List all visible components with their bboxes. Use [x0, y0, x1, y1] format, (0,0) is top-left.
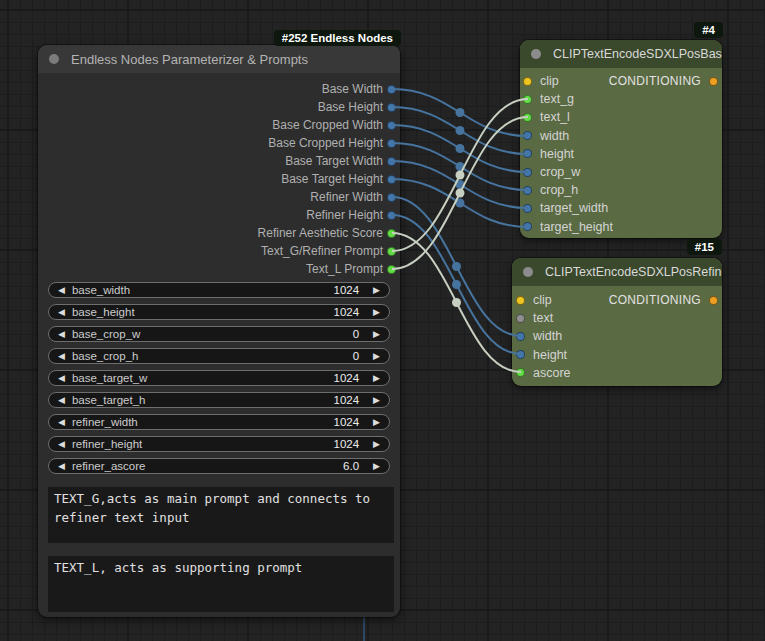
widget-value[interactable]: 1024 [333, 438, 359, 450]
widget-value[interactable]: 1024 [333, 416, 359, 428]
input-slot-dot[interactable] [523, 149, 532, 158]
increment-arrow-icon[interactable]: ▶ [373, 396, 380, 405]
input-slot-dot[interactable] [523, 204, 532, 213]
widget-base-target-w[interactable]: ◀base_target_w1024▶ [48, 370, 390, 386]
input-slot-dot[interactable] [516, 368, 525, 377]
text-g-prompt-textarea[interactable]: TEXT_G,acts as main prompt and connects … [48, 487, 394, 543]
decrement-arrow-icon[interactable]: ◀ [58, 440, 65, 449]
link-wire[interactable] [392, 125, 528, 172]
widget-value[interactable]: 1024 [333, 284, 359, 296]
node-clip-encode-refiner[interactable]: CLIPTextEncodeSDXLPosRefiner cliptextwid… [512, 258, 722, 386]
node-clip-refiner-titlebar[interactable]: CLIPTextEncodeSDXLPosRefiner [512, 258, 722, 286]
collapse-dot-icon[interactable] [523, 267, 533, 277]
input-slot-dot[interactable] [516, 296, 525, 305]
widget-value[interactable]: 6.0 [343, 460, 359, 472]
decrement-arrow-icon[interactable]: ◀ [58, 286, 65, 295]
output-slot-dot[interactable] [387, 121, 396, 130]
input-slot-dot[interactable] [523, 168, 532, 177]
node-clip-base-titlebar[interactable]: CLIPTextEncodeSDXLPosBase [520, 40, 722, 68]
link-wire[interactable] [392, 107, 528, 154]
link-wire[interactable] [392, 179, 528, 227]
link-midpoint-dot[interactable] [456, 171, 465, 180]
output-slot-dot[interactable] [387, 175, 396, 184]
link-midpoint-dot[interactable] [456, 162, 465, 171]
widget-refiner-width[interactable]: ◀refiner_width1024▶ [48, 414, 390, 430]
link-midpoint-dot[interactable] [456, 180, 465, 189]
link-midpoint-dot[interactable] [456, 144, 465, 153]
decrement-arrow-icon[interactable]: ◀ [58, 374, 65, 383]
decrement-arrow-icon[interactable]: ◀ [58, 308, 65, 317]
output-slot-dot[interactable] [387, 85, 396, 94]
widget-refiner-height[interactable]: ◀refiner_height1024▶ [48, 436, 390, 452]
link-wire[interactable] [392, 233, 521, 372]
widget-base-width[interactable]: ◀base_width1024▶ [48, 282, 390, 298]
output-slot-dot[interactable] [387, 157, 396, 166]
increment-arrow-icon[interactable]: ▶ [373, 352, 380, 361]
link-midpoint-dot[interactable] [452, 280, 461, 289]
input-slot-dot[interactable] [516, 314, 525, 323]
output-slot-refiner-aesthetic-score: Refiner Aesthetic Score [46, 224, 400, 242]
widget-base-target-h[interactable]: ◀base_target_h1024▶ [48, 392, 390, 408]
decrement-arrow-icon[interactable]: ◀ [58, 462, 65, 471]
widget-name: refiner_height [72, 438, 142, 450]
input-slot-text-l: text_l [520, 108, 722, 126]
link-wire[interactable] [392, 99, 528, 251]
increment-arrow-icon[interactable]: ▶ [373, 462, 380, 471]
node-graph-canvas[interactable]: #252 Endless Nodes #4 #15 Endless Nodes … [0, 0, 765, 641]
input-slot-dot[interactable] [523, 113, 532, 122]
widget-value[interactable]: 1024 [333, 306, 359, 318]
increment-arrow-icon[interactable]: ▶ [373, 440, 380, 449]
input-slot-dot[interactable] [523, 95, 532, 104]
increment-arrow-icon[interactable]: ▶ [373, 330, 380, 339]
decrement-arrow-icon[interactable]: ◀ [58, 396, 65, 405]
input-slot-dot[interactable] [516, 350, 525, 359]
widget-refiner-ascore[interactable]: ◀refiner_ascore6.0▶ [48, 458, 390, 474]
input-slot-dot[interactable] [523, 186, 532, 195]
increment-arrow-icon[interactable]: ▶ [373, 308, 380, 317]
link-midpoint-dot[interactable] [452, 262, 461, 271]
output-slot-dot[interactable] [387, 211, 396, 220]
widget-value[interactable]: 0 [353, 350, 359, 362]
input-slot-dot[interactable] [523, 77, 532, 86]
widget-base-height[interactable]: ◀base_height1024▶ [48, 304, 390, 320]
link-wire[interactable] [392, 117, 528, 269]
increment-arrow-icon[interactable]: ▶ [373, 418, 380, 427]
increment-arrow-icon[interactable]: ▶ [373, 374, 380, 383]
link-wire[interactable] [392, 215, 521, 354]
decrement-arrow-icon[interactable]: ◀ [58, 352, 65, 361]
input-slot-dot[interactable] [523, 222, 532, 231]
conditioning-slot-dot[interactable] [709, 296, 718, 305]
input-slot-dot[interactable] [516, 332, 525, 341]
link-wire[interactable] [392, 143, 528, 190]
link-wire[interactable] [392, 161, 528, 208]
node-parameterizer[interactable]: Endless Nodes Parameterizer & Prompts Ba… [38, 45, 400, 617]
widget-value[interactable]: 1024 [333, 372, 359, 384]
link-midpoint-dot[interactable] [456, 189, 465, 198]
output-slot-dot[interactable] [387, 247, 396, 256]
widget-base-crop-w[interactable]: ◀base_crop_w0▶ [48, 326, 390, 342]
output-slot-dot[interactable] [387, 229, 396, 238]
node-clip-encode-base[interactable]: CLIPTextEncodeSDXLPosBase cliptext_gtext… [520, 40, 722, 238]
link-midpoint-dot[interactable] [452, 298, 461, 307]
widget-value[interactable]: 1024 [333, 394, 359, 406]
increment-arrow-icon[interactable]: ▶ [373, 286, 380, 295]
link-wire[interactable] [392, 89, 528, 136]
decrement-arrow-icon[interactable]: ◀ [58, 330, 65, 339]
input-slot-dot[interactable] [523, 131, 532, 140]
output-slot-dot[interactable] [387, 265, 396, 274]
link-midpoint-dot[interactable] [456, 108, 465, 117]
widget-value[interactable]: 0 [353, 328, 359, 340]
text-l-prompt-textarea[interactable]: TEXT_L, acts as supporting prompt [48, 556, 394, 612]
output-slot-dot[interactable] [387, 193, 396, 202]
collapse-dot-icon[interactable] [531, 49, 541, 59]
conditioning-slot-dot[interactable] [709, 77, 718, 86]
link-midpoint-dot[interactable] [456, 199, 465, 208]
node-parameterizer-titlebar[interactable]: Endless Nodes Parameterizer & Prompts [38, 45, 400, 73]
link-wire[interactable] [392, 197, 521, 336]
decrement-arrow-icon[interactable]: ◀ [58, 418, 65, 427]
output-slot-dot[interactable] [387, 103, 396, 112]
link-midpoint-dot[interactable] [456, 126, 465, 135]
output-slot-dot[interactable] [387, 139, 396, 148]
widget-base-crop-h[interactable]: ◀base_crop_h0▶ [48, 348, 390, 364]
collapse-dot-icon[interactable] [49, 54, 59, 64]
